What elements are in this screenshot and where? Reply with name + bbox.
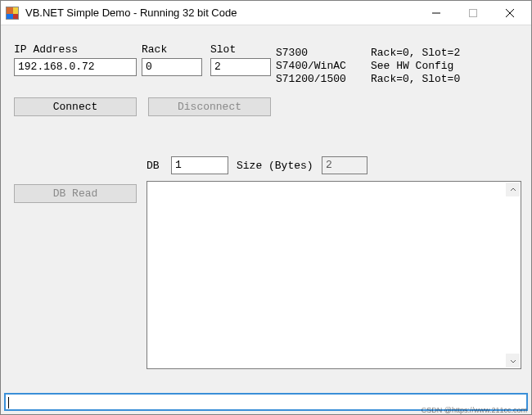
plc-config-info: Rack=0, Slot=2 See HW Config Rack=0, Slo… — [371, 47, 460, 86]
ip-input[interactable]: 192.168.0.72 — [14, 58, 137, 76]
output-textarea[interactable] — [147, 181, 521, 369]
disconnect-button: Disconnect — [148, 97, 271, 116]
window-buttons — [417, 2, 528, 25]
rack-input[interactable]: 0 — [142, 58, 202, 76]
watermark: CSDN @https://www.211cc.com — [422, 406, 527, 414]
db-label: DB — [147, 160, 160, 172]
rack-label: Rack — [142, 43, 167, 56]
close-button[interactable] — [491, 2, 528, 25]
maximize-icon — [468, 8, 478, 18]
title-bar[interactable]: VB.NET Simple Demo - Running 32 bit Code — [1, 1, 531, 25]
slot-input[interactable]: 2 — [210, 58, 271, 76]
maximize-button — [454, 2, 491, 25]
svg-rect-1 — [469, 9, 476, 16]
app-window: VB.NET Simple Demo - Running 32 bit Code… — [0, 0, 532, 415]
db-input[interactable]: 1 — [171, 156, 228, 174]
slot-label: Slot — [210, 43, 236, 56]
connect-button[interactable]: Connect — [14, 97, 137, 116]
minimize-icon — [431, 8, 441, 18]
client-area: IP Address Rack Slot 192.168.0.72 0 2 S7… — [1, 25, 531, 414]
window-title: VB.NET Simple Demo - Running 32 bit Code — [25, 7, 417, 19]
db-read-button: DB Read — [14, 184, 137, 203]
size-label: Size (Bytes) — [237, 160, 313, 172]
text-caret-icon — [8, 397, 9, 408]
plc-types-info: S7300 S7400/WinAC S71200/1500 — [276, 47, 346, 86]
size-input: 2 — [322, 156, 367, 174]
close-icon — [505, 8, 515, 18]
app-icon — [6, 7, 19, 20]
ip-label: IP Address — [14, 43, 78, 56]
minimize-button[interactable] — [417, 2, 454, 25]
